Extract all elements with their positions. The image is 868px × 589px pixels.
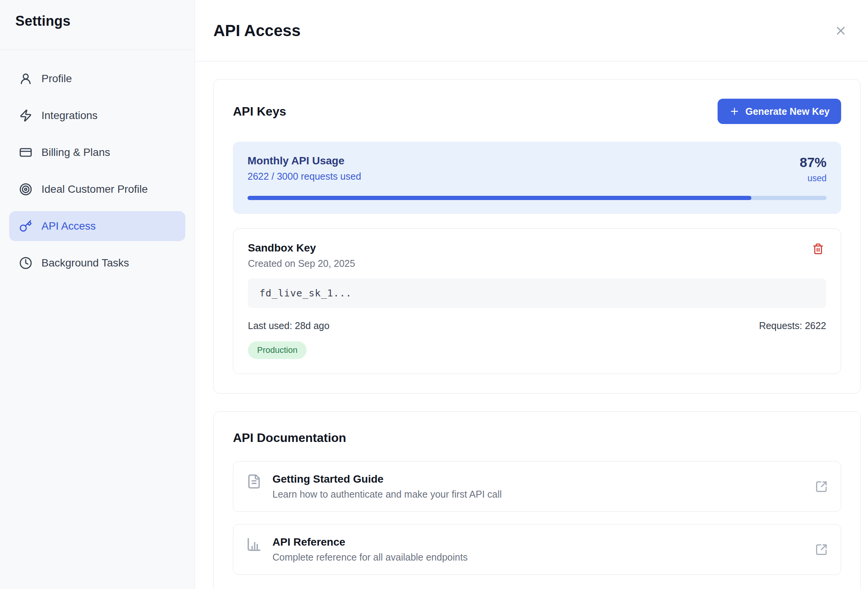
sidebar-item-label: Integrations	[41, 109, 97, 122]
key-icon	[19, 220, 32, 233]
doc-link-title: API Reference	[272, 536, 804, 548]
delete-key-button[interactable]	[812, 242, 826, 256]
sidebar-item-label: API Access	[41, 220, 96, 232]
monthly-usage-panel: Monthly API Usage 2622 / 3000 requests u…	[233, 142, 841, 214]
sidebar-item-background-tasks[interactable]: Background Tasks	[9, 248, 185, 278]
api-key-item-header: Sandbox Key Created on Sep 20, 2025	[248, 242, 826, 269]
sidebar-header: Settings	[0, 0, 195, 50]
sidebar-nav: Profile Integrations Billing & Plans Ide…	[0, 50, 195, 278]
sidebar: Settings Profile Integrations Billing & …	[0, 0, 195, 589]
environment-badge: Production	[248, 341, 307, 359]
api-keys-title: API Keys	[233, 104, 286, 119]
usage-progress-bar	[248, 196, 827, 200]
doc-link-description: Complete reference for all available end…	[272, 552, 804, 563]
generate-new-key-button[interactable]: Generate New Key	[718, 99, 841, 124]
usage-requests-text: 2622 / 3000 requests used	[248, 171, 361, 182]
key-name: Sandbox Key	[248, 242, 355, 254]
generate-new-key-label: Generate New Key	[745, 106, 830, 117]
doc-link-description: Learn how to authenticate and make your …	[272, 489, 804, 500]
close-icon	[834, 24, 847, 37]
page-content: API Keys Generate New Key Monthly API Us…	[195, 61, 868, 589]
zap-icon	[19, 109, 32, 122]
key-meta-row: Last used: 28d ago Requests: 2622	[248, 320, 826, 331]
doc-link-title: Getting Started Guide	[272, 473, 804, 485]
key-last-used: Last used: 28d ago	[248, 320, 330, 331]
sidebar-item-api-access[interactable]: API Access	[9, 211, 185, 241]
sidebar-item-integrations[interactable]: Integrations	[9, 101, 185, 131]
doc-link-getting-started[interactable]: Getting Started Guide Learn how to authe…	[233, 461, 841, 512]
api-documentation-title: API Documentation	[233, 431, 841, 445]
target-icon	[19, 183, 32, 196]
api-keys-card: API Keys Generate New Key Monthly API Us…	[213, 79, 861, 394]
settings-title: Settings	[15, 13, 179, 29]
key-created-date: Created on Sep 20, 2025	[248, 258, 355, 269]
api-keys-header: API Keys Generate New Key	[233, 99, 841, 124]
main-panel: API Access API Keys Generate New Key	[195, 0, 868, 589]
sidebar-item-ideal-customer-profile[interactable]: Ideal Customer Profile	[9, 174, 185, 204]
settings-window: Settings Profile Integrations Billing & …	[0, 0, 868, 589]
usage-summary: Monthly API Usage 2622 / 3000 requests u…	[248, 155, 827, 184]
usage-percent: 87%	[800, 155, 827, 170]
usage-progress-fill	[248, 196, 751, 200]
key-requests: Requests: 2622	[759, 320, 826, 331]
api-key-item: Sandbox Key Created on Sep 20, 2025 fd_l…	[233, 228, 841, 374]
sidebar-item-label: Background Tasks	[41, 257, 129, 269]
plus-icon	[729, 106, 740, 117]
page-header: API Access	[195, 0, 868, 61]
sidebar-item-profile[interactable]: Profile	[9, 64, 185, 94]
usage-used-label: used	[800, 173, 827, 184]
credit-card-icon	[19, 146, 32, 159]
usage-title: Monthly API Usage	[248, 155, 361, 167]
external-link-icon	[815, 543, 828, 556]
page-title: API Access	[213, 22, 300, 40]
user-icon	[19, 72, 32, 85]
api-documentation-card: API Documentation Getting Started Guide …	[213, 411, 861, 589]
sidebar-item-label: Ideal Customer Profile	[41, 183, 148, 195]
file-text-icon	[246, 474, 262, 489]
sidebar-item-label: Billing & Plans	[41, 146, 110, 159]
sidebar-item-billing-plans[interactable]: Billing & Plans	[9, 137, 185, 167]
key-value: fd_live_sk_1...	[248, 278, 826, 308]
clock-icon	[19, 256, 32, 270]
trash-icon	[812, 243, 824, 255]
bar-chart-icon	[246, 537, 262, 552]
doc-link-api-reference[interactable]: API Reference Complete reference for all…	[233, 524, 841, 575]
sidebar-item-label: Profile	[41, 73, 72, 85]
external-link-icon	[815, 480, 828, 493]
close-button[interactable]	[834, 22, 851, 39]
